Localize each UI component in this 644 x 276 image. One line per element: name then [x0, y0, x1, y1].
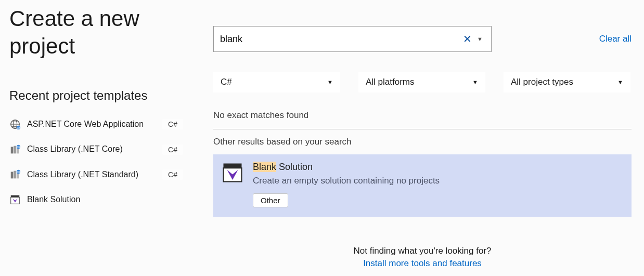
filter-platform[interactable]: All platforms ▼ [358, 72, 485, 93]
chevron-down-icon: ▼ [472, 79, 478, 85]
recent-item-tag: C# [162, 169, 183, 180]
recent-item-label: ASP.NET Core Web Application [27, 119, 156, 130]
clear-all-link[interactable]: Clear all [599, 34, 632, 44]
svg-text:C#: C# [17, 146, 20, 148]
filter-project-type-label: All project types [511, 77, 573, 87]
recent-item-label: Class Library (.NET Core) [27, 143, 156, 155]
recent-templates-list: C# ASP.NET Core Web Application C# C# Cl… [9, 119, 183, 206]
solution-icon [9, 194, 21, 205]
result-tag: Other [253, 193, 288, 207]
filter-language-label: C# [221, 77, 232, 87]
right-panel: ✕ ▼ Clear all C# ▼ All platforms ▼ All p… [192, 0, 644, 269]
recent-templates-heading: Recent project templates [9, 88, 183, 103]
search-row: ✕ ▼ Clear all [213, 26, 632, 52]
recent-item-tag: C# [162, 144, 183, 155]
footer-block: Not finding what you're looking for? Ins… [266, 246, 578, 269]
result-body: Blank Solution Create an empty solution … [253, 162, 623, 207]
recent-item-tag: C# [162, 119, 183, 129]
install-more-link[interactable]: Install more tools and features [266, 258, 578, 269]
svg-rect-13 [14, 171, 16, 179]
svg-text:C#: C# [17, 171, 20, 174]
recent-item-label: Blank Solution [27, 194, 183, 205]
search-dropdown-icon[interactable]: ▼ [475, 36, 485, 42]
svg-rect-12 [11, 172, 14, 178]
divider [213, 129, 632, 129]
search-input[interactable] [220, 34, 460, 45]
result-blank-solution[interactable]: Blank Solution Create an empty solution … [213, 154, 632, 217]
chevron-down-icon: ▼ [617, 79, 623, 85]
recent-item-label: Class Library (.NET Standard) [27, 169, 156, 180]
svg-rect-17 [11, 195, 20, 198]
footer-question: Not finding what you're looking for? [266, 246, 578, 256]
globe-icon: C# [9, 119, 21, 130]
page-title: Create a new project [9, 5, 183, 60]
filter-language[interactable]: C# ▼ [213, 72, 340, 93]
class-library-icon: C# [9, 144, 21, 155]
recent-item-classlib-core[interactable]: C# Class Library (.NET Core) C# [9, 143, 183, 155]
filter-row: C# ▼ All platforms ▼ All project types ▼ [213, 72, 632, 93]
result-description: Create an empty solution containing no p… [253, 176, 623, 186]
svg-rect-18 [11, 198, 20, 204]
chevron-down-icon: ▼ [327, 79, 333, 85]
filter-project-type[interactable]: All project types ▼ [504, 72, 630, 93]
other-results-heading: Other results based on your search [213, 137, 632, 147]
svg-text:C#: C# [17, 127, 20, 129]
filter-platform-label: All platforms [366, 77, 415, 87]
solution-icon [222, 162, 243, 183]
recent-item-classlib-std[interactable]: C# Class Library (.NET Standard) C# [9, 169, 183, 180]
result-title: Blank Solution [253, 162, 623, 173]
clear-search-icon[interactable]: ✕ [460, 33, 475, 45]
svg-rect-8 [14, 146, 16, 153]
left-panel: Create a new project Recent project temp… [0, 0, 192, 269]
result-title-highlight: Blank [253, 162, 276, 172]
recent-item-aspnet[interactable]: C# ASP.NET Core Web Application C# [9, 119, 183, 130]
svg-rect-19 [224, 164, 242, 168]
svg-rect-7 [11, 147, 14, 153]
result-title-rest: Solution [276, 162, 313, 172]
search-box[interactable]: ✕ ▼ [213, 26, 492, 52]
class-library-icon: C# [9, 169, 21, 180]
no-exact-matches: No exact matches found [213, 110, 632, 121]
recent-item-blank-solution[interactable]: Blank Solution [9, 194, 183, 205]
